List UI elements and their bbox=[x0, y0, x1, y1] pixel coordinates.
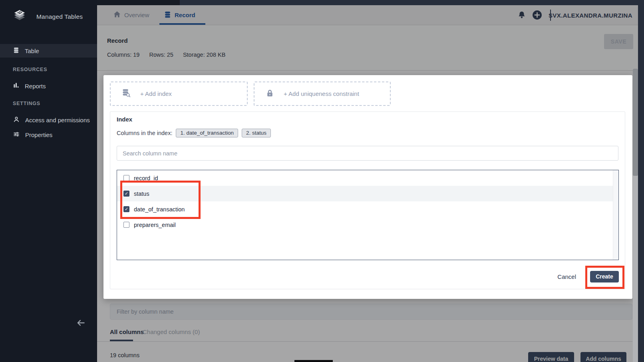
column-row-record-id[interactable]: record_id bbox=[117, 170, 613, 186]
sidebar-item-label: Properties bbox=[25, 131, 52, 138]
checkbox[interactable] bbox=[123, 175, 129, 181]
search-column-input[interactable] bbox=[117, 146, 618, 161]
checkbox[interactable] bbox=[123, 222, 129, 228]
app-logo-row: Managed Tables bbox=[13, 9, 83, 25]
database-icon bbox=[13, 47, 19, 54]
arrow-left-icon bbox=[77, 318, 85, 329]
panel-title: Index bbox=[117, 116, 132, 123]
page-scrollbar[interactable] bbox=[633, 69, 638, 362]
sliders-icon bbox=[13, 131, 20, 139]
right-edge-panel bbox=[638, 0, 644, 362]
checkbox[interactable]: ✓ bbox=[123, 191, 129, 197]
sidebar-item-reports[interactable]: Reports bbox=[0, 79, 97, 93]
column-name: date_of_transaction bbox=[134, 206, 185, 213]
sidebar: Managed Tables Table RESOURCES bbox=[0, 0, 97, 362]
index-panel: Index Columns in the index: 1. date_of_t… bbox=[110, 111, 625, 289]
top-strip bbox=[97, 0, 644, 5]
add-uniqueness-label: + Add uniqueness constraint bbox=[284, 90, 359, 97]
index-chip-status[interactable]: 2. status bbox=[242, 129, 271, 137]
column-list: record_id ✓ status ✓ date_of_transaction… bbox=[117, 170, 619, 260]
person-icon bbox=[13, 116, 20, 124]
sidebar-item-table[interactable]: Table bbox=[0, 44, 97, 58]
page-scrollbar-thumb[interactable] bbox=[633, 69, 638, 176]
add-index-label: + Add index bbox=[140, 90, 172, 97]
index-dialog: + Add index + Add uniqueness constraint … bbox=[103, 75, 632, 299]
managed-tables-logo-icon bbox=[13, 9, 26, 25]
column-name: status bbox=[134, 191, 149, 197]
bar-chart-icon bbox=[13, 82, 19, 90]
columns-in-index-label: Columns in the index: bbox=[117, 130, 172, 136]
sidebar-heading-resources: RESOURCES bbox=[13, 67, 47, 72]
sidebar-item-access-permissions[interactable]: Access and permissions bbox=[0, 113, 97, 127]
app-window: Managed Tables Table RESOURCES bbox=[0, 0, 644, 362]
list-scrollbar-track[interactable] bbox=[613, 170, 618, 260]
column-row-date-of-transaction[interactable]: ✓ date_of_transaction bbox=[117, 201, 613, 217]
top-strip-left bbox=[97, 0, 180, 5]
checkbox[interactable]: ✓ bbox=[123, 206, 129, 212]
column-row-preparers-email[interactable]: preparers_email bbox=[117, 217, 613, 233]
database-search-icon bbox=[122, 89, 131, 99]
app-title: Managed Tables bbox=[36, 13, 83, 20]
column-row-status[interactable]: ✓ status bbox=[117, 186, 613, 201]
add-uniqueness-button[interactable]: + Add uniqueness constraint bbox=[254, 82, 391, 106]
cancel-button[interactable]: Cancel bbox=[557, 273, 576, 280]
sidebar-item-label: Access and permissions bbox=[25, 117, 90, 123]
bottom-scrollbar-fragment bbox=[294, 360, 333, 362]
sidebar-item-properties[interactable]: Properties bbox=[0, 128, 97, 141]
sidebar-heading-settings: SETTINGS bbox=[13, 101, 40, 106]
create-button[interactable]: Create bbox=[590, 271, 619, 282]
lock-icon bbox=[266, 89, 274, 99]
column-name: preparers_email bbox=[134, 222, 176, 228]
sidebar-item-label: Table bbox=[25, 48, 39, 54]
sidebar-item-label: Reports bbox=[25, 83, 46, 90]
column-name: record_id bbox=[134, 175, 158, 181]
collapse-sidebar-button[interactable] bbox=[75, 318, 87, 330]
add-index-button[interactable]: + Add index bbox=[110, 82, 248, 106]
index-chip-date-of-transaction[interactable]: 1. date_of_transaction bbox=[176, 129, 238, 137]
